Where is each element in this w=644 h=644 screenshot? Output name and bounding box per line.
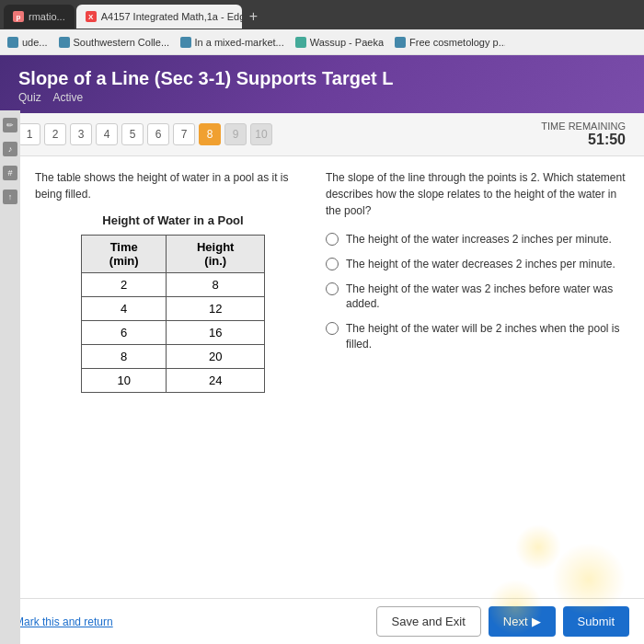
question-nav: 1 2 3 4 5 6 7 8 9 10 TIME REMAINING 51:5… — [0, 113, 644, 156]
answer-option-b-text: The height of the water decreases 2 inch… — [346, 257, 615, 272]
next-button-label: Next — [503, 615, 528, 628]
table-cell-height-2: 12 — [167, 297, 265, 321]
q-num-3[interactable]: 3 — [70, 123, 92, 145]
bookmark-3[interactable]: In a mixed-market... — [180, 37, 284, 48]
tab-add-button[interactable]: + — [244, 8, 263, 25]
bookmark-5[interactable]: Free cosmetology p... — [395, 37, 505, 48]
table-row: 6 16 — [82, 321, 265, 345]
answer-option-c-text: The height of the water was 2 inches bef… — [346, 282, 629, 313]
q-num-10[interactable]: 10 — [250, 123, 272, 145]
time-remaining-label: TIME REMAINING — [541, 121, 626, 132]
answer-options: The height of the water increases 2 inch… — [326, 232, 629, 352]
headphone-icon[interactable]: ♪ — [3, 142, 17, 156]
bookmark-favicon-3 — [180, 37, 191, 48]
tab-active-2[interactable]: X A4157 Integrated Math,1a - Edg... ✕ — [76, 5, 242, 29]
q-num-4[interactable]: 4 — [96, 123, 118, 145]
left-panel-intro: The table shows the height of water in a… — [35, 169, 311, 202]
bookmark-4[interactable]: Wassup - Paeka — [295, 37, 384, 48]
arrow-icon[interactable]: ↑ — [3, 190, 17, 204]
time-value: 51:50 — [541, 132, 626, 148]
q-num-7[interactable]: 7 — [173, 123, 195, 145]
bookmark-label-1: ude... — [22, 37, 48, 48]
pencil-icon[interactable]: ✏ — [3, 118, 17, 132]
bookmark-favicon-4 — [295, 37, 306, 48]
bookmark-favicon-1 — [7, 37, 18, 48]
time-remaining: TIME REMAINING 51:50 — [541, 121, 626, 148]
next-button[interactable]: Next ▶ — [489, 606, 556, 637]
submit-button[interactable]: Submit — [563, 606, 629, 637]
radio-a[interactable] — [326, 233, 339, 246]
table-cell-height-1: 8 — [167, 273, 265, 297]
bookmark-favicon-5 — [395, 37, 406, 48]
bookmark-bar: ude... Southwestern Colle... In a mixed-… — [0, 29, 644, 55]
table-row: 4 12 — [82, 297, 265, 321]
radio-b[interactable] — [326, 258, 339, 270]
q-num-8[interactable]: 8 — [199, 123, 221, 145]
q-num-2[interactable]: 2 — [44, 123, 66, 145]
table-row: 8 20 — [82, 345, 265, 369]
answer-option-b[interactable]: The height of the water decreases 2 inch… — [326, 257, 629, 272]
bookmark-favicon-2 — [59, 37, 70, 48]
tab-bar: p rmatio... X A4157 Integrated Math,1a -… — [0, 0, 644, 29]
answer-option-d[interactable]: The height of the water will be 2 inches… — [326, 321, 629, 352]
answer-option-a[interactable]: The height of the water increases 2 inch… — [326, 232, 629, 247]
q-num-9[interactable]: 9 — [224, 123, 247, 145]
bookmark-1[interactable]: ude... — [7, 37, 48, 48]
table-cell-time-5: 10 — [82, 369, 167, 393]
left-sidebar: ✏ ♪ # ↑ — [0, 110, 20, 644]
answer-option-a-text: The height of the water increases 2 inch… — [346, 232, 612, 247]
table-cell-height-3: 16 — [167, 321, 265, 345]
table-row: 2 8 — [82, 273, 265, 297]
bottom-bar: Mark this and return Save and Exit Next … — [0, 598, 644, 644]
right-panel: The slope of the line through the points… — [326, 169, 629, 635]
next-arrow-icon: ▶ — [532, 615, 541, 628]
quiz-status: Quiz Active — [18, 91, 626, 104]
quiz-status-value: Active — [52, 91, 83, 104]
edu-header: Slope of a Line (Sec 3-1) Supports Targe… — [0, 55, 644, 113]
quiz-status-label: Quiz — [18, 91, 41, 104]
bookmark-2[interactable]: Southwestern Colle... — [59, 37, 169, 48]
table-cell-height-5: 24 — [167, 369, 265, 393]
quiz-area: The table shows the height of water in a… — [20, 156, 644, 644]
radio-d[interactable] — [326, 322, 339, 335]
main-content: ✏ ♪ # ↑ Slope of a Line (Sec 3-1) Suppor… — [0, 55, 644, 644]
mark-return-button[interactable]: Mark this and return — [15, 615, 113, 628]
save-exit-button[interactable]: Save and Exit — [376, 606, 481, 637]
answer-option-c[interactable]: The height of the water was 2 inches bef… — [326, 282, 629, 313]
water-table: Time(min) Height(in.) 2 8 4 12 6 — [81, 235, 265, 393]
table-cell-time-1: 2 — [82, 273, 167, 297]
tab-inactive-1[interactable]: p rmatio... — [4, 5, 75, 29]
table-cell-time-2: 4 — [82, 297, 167, 321]
q-num-6[interactable]: 6 — [147, 123, 169, 145]
calculator-icon[interactable]: # — [3, 166, 17, 180]
tab-label-1: rmatio... — [29, 11, 65, 22]
table-row: 10 24 — [82, 369, 265, 393]
left-panel: The table shows the height of water in a… — [35, 169, 311, 635]
answer-option-d-text: The height of the water will be 2 inches… — [346, 321, 629, 352]
tab-favicon-2: X — [86, 11, 97, 22]
q-num-5[interactable]: 5 — [121, 123, 144, 145]
table-cell-time-4: 8 — [82, 345, 167, 369]
question-text: The slope of the line through the points… — [326, 169, 629, 219]
bookmark-label-3: In a mixed-market... — [195, 37, 284, 48]
tab-favicon-1: p — [13, 11, 24, 22]
question-numbers: 1 2 3 4 5 6 7 8 9 10 — [18, 123, 272, 145]
bookmark-label-2: Southwestern Colle... — [74, 37, 169, 48]
bookmark-label-4: Wassup - Paeka — [310, 37, 384, 48]
table-header-height: Height(in.) — [167, 236, 265, 273]
radio-c[interactable] — [326, 282, 339, 295]
table-title: Height of Water in a Pool — [35, 213, 311, 227]
bookmark-label-5: Free cosmetology p... — [409, 37, 505, 48]
quiz-title: Slope of a Line (Sec 3-1) Supports Targe… — [18, 68, 626, 89]
action-buttons: Save and Exit Next ▶ Submit — [376, 606, 629, 637]
q-num-1[interactable]: 1 — [18, 123, 40, 145]
tab-label-2: A4157 Integrated Math,1a - Edg... — [101, 11, 242, 22]
table-header-time: Time(min) — [82, 236, 167, 273]
browser-chrome: p rmatio... X A4157 Integrated Math,1a -… — [0, 0, 644, 55]
table-cell-height-4: 20 — [167, 345, 265, 369]
table-cell-time-3: 6 — [82, 321, 167, 345]
